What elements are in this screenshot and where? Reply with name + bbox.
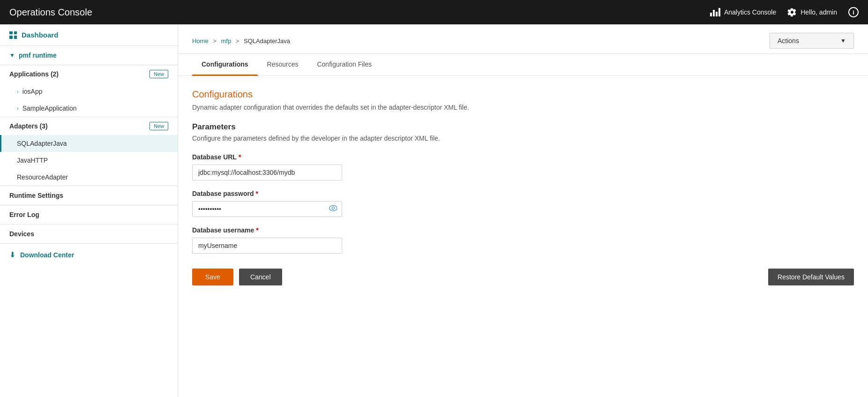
actions-label: Actions bbox=[778, 37, 799, 45]
info-button[interactable]: i bbox=[848, 7, 859, 17]
svg-point-1 bbox=[332, 207, 335, 210]
parameters-description: Configure the parameters defined by the … bbox=[192, 135, 854, 142]
db-password-input[interactable] bbox=[192, 201, 342, 217]
sidebar-item-devices[interactable]: Devices bbox=[0, 225, 178, 243]
dashboard-icon bbox=[9, 31, 17, 39]
field-group-db-url: Database URL * bbox=[192, 153, 854, 180]
required-star: * bbox=[239, 153, 241, 161]
sidebar-item-sqladapterjava[interactable]: SQLAdapterJava bbox=[0, 135, 178, 152]
sidebar-item-dashboard[interactable]: Dashboard bbox=[0, 24, 178, 45]
db-url-label: Database URL * bbox=[192, 153, 854, 161]
header-right: Analytics Console Hello, admin i bbox=[710, 7, 859, 17]
save-button[interactable]: Save bbox=[192, 269, 233, 285]
required-star: * bbox=[256, 190, 258, 197]
breadcrumb-home[interactable]: Home bbox=[192, 37, 209, 45]
dashboard-label: Dashboard bbox=[22, 31, 58, 39]
header: Operations Console Analytics Console Hel… bbox=[0, 0, 868, 24]
sidebar-item-download-center[interactable]: ⬇ Download Center bbox=[0, 244, 178, 266]
content-area: Home > mfp > SQLAdapterJava Actions ▼ Co… bbox=[178, 24, 868, 397]
adapters-label: Adapters (3) bbox=[9, 122, 48, 130]
actions-dropdown[interactable]: Actions ▼ bbox=[770, 33, 854, 49]
analytics-console-button[interactable]: Analytics Console bbox=[710, 8, 776, 16]
svg-point-0 bbox=[329, 205, 337, 210]
field-group-db-password: Database password * bbox=[192, 190, 854, 217]
download-icon: ⬇ bbox=[9, 250, 15, 259]
db-username-input[interactable] bbox=[192, 238, 342, 254]
tab-resources[interactable]: Resources bbox=[258, 54, 308, 76]
tab-configurations[interactable]: Configurations bbox=[192, 54, 258, 76]
toggle-password-icon[interactable] bbox=[329, 205, 337, 213]
content-body: Configurations Dynamic adapter configura… bbox=[178, 76, 868, 299]
sidebar-item-runtime[interactable]: ▼ pmf runtime bbox=[0, 46, 178, 65]
breadcrumb-current: SQLAdapterJava bbox=[244, 37, 290, 45]
buttons-left: Save Cancel bbox=[192, 269, 282, 285]
applications-label: Applications (2) bbox=[9, 70, 59, 78]
analytics-label: Analytics Console bbox=[724, 8, 776, 16]
chevron-right-icon: › bbox=[17, 89, 19, 94]
breadcrumb: Home > mfp > SQLAdapterJava bbox=[192, 37, 290, 45]
sidebar-item-sampleapplication[interactable]: › SampleApplication bbox=[0, 100, 178, 117]
admin-label: Hello, admin bbox=[801, 8, 837, 16]
password-wrapper bbox=[192, 201, 342, 217]
tab-bar: Configurations Resources Configuration F… bbox=[178, 54, 868, 76]
chevron-right-icon: › bbox=[17, 105, 19, 111]
configurations-title: Configurations bbox=[192, 89, 854, 100]
required-star: * bbox=[256, 226, 258, 234]
db-url-input[interactable] bbox=[192, 165, 342, 180]
gear-icon bbox=[787, 7, 797, 17]
buttons-row: Save Cancel Restore Default Values bbox=[192, 269, 854, 285]
cancel-button[interactable]: Cancel bbox=[239, 269, 282, 285]
sidebar-item-javahttp[interactable]: JavaHTTP bbox=[0, 152, 178, 169]
analytics-icon bbox=[710, 8, 720, 16]
db-password-label: Database password * bbox=[192, 190, 854, 197]
sidebar-adapters-header[interactable]: Adapters (3) New bbox=[0, 117, 178, 135]
sidebar-item-error-log[interactable]: Error Log bbox=[0, 205, 178, 224]
download-center-label: Download Center bbox=[20, 251, 74, 259]
configurations-description: Dynamic adapter configuration that overr… bbox=[192, 104, 854, 111]
sidebar-item-iosapp[interactable]: › iosApp bbox=[0, 83, 178, 100]
breadcrumb-mfp[interactable]: mfp bbox=[221, 37, 232, 45]
sidebar-item-resourceadapter[interactable]: ResourceAdapter bbox=[0, 169, 178, 186]
applications-new-badge: New bbox=[150, 70, 168, 78]
parameters-title: Parameters bbox=[192, 122, 854, 132]
tab-configuration-files[interactable]: Configuration Files bbox=[307, 54, 381, 76]
sidebar-applications-header[interactable]: Applications (2) New bbox=[0, 65, 178, 83]
sidebar-item-runtime-settings[interactable]: Runtime Settings bbox=[0, 186, 178, 205]
sidebar: Dashboard ▼ pmf runtime Applications (2)… bbox=[0, 24, 178, 397]
chevron-down-icon: ▼ bbox=[840, 37, 846, 44]
restore-defaults-button[interactable]: Restore Default Values bbox=[768, 269, 854, 285]
db-username-label: Database username * bbox=[192, 226, 854, 234]
chevron-down-icon: ▼ bbox=[9, 52, 15, 59]
app-title: Operations Console bbox=[9, 7, 92, 18]
admin-menu[interactable]: Hello, admin bbox=[787, 7, 837, 17]
field-group-db-username: Database username * bbox=[192, 226, 854, 254]
adapters-new-badge: New bbox=[150, 122, 168, 130]
content-top-bar: Home > mfp > SQLAdapterJava Actions ▼ bbox=[178, 24, 868, 54]
runtime-label: pmf runtime bbox=[19, 52, 57, 59]
main-layout: Dashboard ▼ pmf runtime Applications (2)… bbox=[0, 24, 868, 397]
